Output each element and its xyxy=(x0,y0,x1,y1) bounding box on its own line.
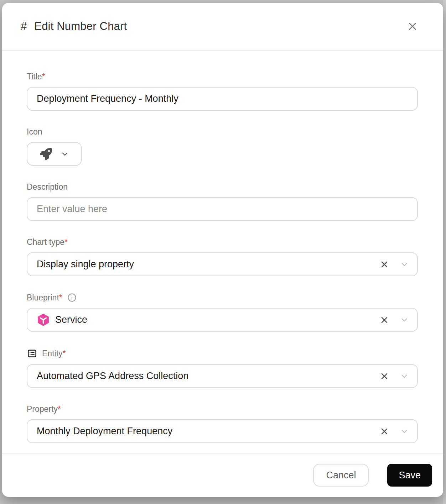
required-asterisk: * xyxy=(64,237,68,247)
chevron-down-icon xyxy=(61,150,69,158)
description-input[interactable] xyxy=(27,197,418,221)
info-icon[interactable] xyxy=(67,293,77,303)
title-input[interactable] xyxy=(27,87,418,111)
entity-select[interactable]: Automated GPS Address Collection xyxy=(27,364,418,388)
rocket-icon xyxy=(40,148,52,160)
field-entity: Entity* Automated GPS Address Collection xyxy=(27,348,418,388)
blueprint-clear-icon[interactable] xyxy=(378,314,391,326)
blueprint-chevron-down-icon[interactable] xyxy=(399,314,410,326)
modal-body: Title* Icon xyxy=(2,51,443,453)
blueprint-value: Service xyxy=(55,314,378,325)
chart-type-label: Chart type* xyxy=(27,237,68,247)
chart-type-chevron-down-icon[interactable] xyxy=(399,259,410,270)
close-icon xyxy=(407,21,418,32)
cancel-button[interactable]: Cancel xyxy=(313,464,369,487)
entity-clear-icon[interactable] xyxy=(378,370,391,383)
property-clear-icon[interactable] xyxy=(378,425,391,438)
required-asterisk: * xyxy=(58,404,61,414)
edit-number-chart-modal: # Edit Number Chart Title* Icon xyxy=(2,3,443,497)
required-asterisk: * xyxy=(59,293,62,302)
field-property: Property* Monthly Deployment Frequency xyxy=(27,404,418,443)
save-button[interactable]: Save xyxy=(387,464,432,487)
list-details-icon xyxy=(27,348,37,359)
entity-chevron-down-icon[interactable] xyxy=(399,371,410,382)
hash-icon: # xyxy=(21,20,27,33)
required-asterisk: * xyxy=(42,72,45,81)
modal-footer: Cancel Save xyxy=(2,453,443,497)
icon-label: Icon xyxy=(27,127,42,137)
field-title: Title* xyxy=(27,72,418,111)
field-description: Description xyxy=(27,182,418,221)
modal-header: # Edit Number Chart xyxy=(2,3,443,51)
description-label: Description xyxy=(27,182,68,192)
entity-value: Automated GPS Address Collection xyxy=(37,371,378,382)
entity-label: Entity* xyxy=(42,349,66,358)
chart-type-value: Display single property xyxy=(37,259,378,270)
property-value: Monthly Deployment Frequency xyxy=(37,426,378,437)
modal-title: Edit Number Chart xyxy=(34,20,405,33)
icon-picker-button[interactable] xyxy=(27,142,82,166)
chart-type-clear-icon[interactable] xyxy=(378,258,391,271)
field-chart-type: Chart type* Display single property xyxy=(27,237,418,276)
blueprint-label: Blueprint* xyxy=(27,293,62,303)
blueprint-select[interactable]: Service xyxy=(27,308,418,332)
page-backdrop-strip xyxy=(443,0,446,504)
title-label: Title* xyxy=(27,72,45,82)
cube-icon xyxy=(37,313,50,326)
property-label: Property* xyxy=(27,404,61,414)
field-blueprint: Blueprint* Service xyxy=(27,293,418,332)
chart-type-select[interactable]: Display single property xyxy=(27,252,418,276)
field-icon: Icon xyxy=(27,127,418,166)
property-select[interactable]: Monthly Deployment Frequency xyxy=(27,419,418,443)
close-button[interactable] xyxy=(405,19,420,34)
property-chevron-down-icon[interactable] xyxy=(399,426,410,437)
required-asterisk: * xyxy=(63,349,66,358)
